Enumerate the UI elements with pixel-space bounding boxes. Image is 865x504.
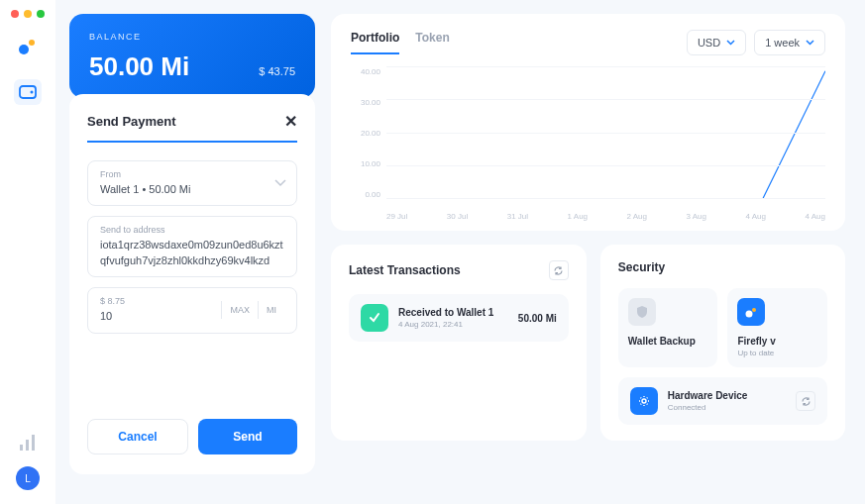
address-value: iota1qrz38wsdaxe0m09zun0ed8u6kztqfvufguh…	[100, 238, 284, 268]
refresh-icon	[553, 265, 564, 276]
refresh-button[interactable]	[549, 260, 569, 280]
gear-icon	[630, 387, 658, 415]
send-button[interactable]: Send	[198, 419, 297, 454]
svg-point-7	[746, 311, 753, 318]
address-input[interactable]: Send to address iota1qrz38wsdaxe0m09zun0…	[87, 216, 297, 277]
svg-rect-2	[20, 86, 36, 98]
portfolio-chart-card: Portfolio Token USD 1 week 40.0030.0020.…	[331, 14, 845, 231]
balance-card: BALANCE 50.00 Mi $ 43.75	[69, 14, 315, 98]
svg-point-1	[29, 40, 35, 46]
backup-title: Wallet Backup	[628, 336, 708, 347]
currency-value: USD	[698, 37, 720, 49]
unit-selector[interactable]: MI	[258, 301, 284, 319]
amount-value: 10	[100, 309, 221, 324]
firefly-logo-icon	[737, 298, 765, 326]
close-icon[interactable]: ✕	[284, 112, 297, 131]
device-status: Connected	[668, 403, 786, 412]
amount-input[interactable]: $ 8.75 10 MAX MI	[87, 287, 297, 333]
hardware-device-row[interactable]: Hardware Device Connected	[618, 377, 827, 425]
balance-label: BALANCE	[89, 32, 295, 42]
send-payment-panel: Send Payment ✕ From Wallet 1 • 50.00 Mi …	[69, 94, 315, 474]
svg-rect-4	[20, 445, 23, 451]
svg-point-9	[642, 399, 646, 403]
shield-icon	[628, 298, 656, 326]
tab-portfolio[interactable]: Portfolio	[351, 31, 399, 54]
security-title: Security	[618, 260, 665, 274]
transaction-item[interactable]: Received to Wallet 1 4 Aug 2021, 22:41 5…	[349, 294, 569, 342]
currency-selector[interactable]: USD	[687, 30, 746, 55]
user-avatar[interactable]: L	[16, 466, 40, 490]
transactions-title: Latest Transactions	[349, 263, 461, 277]
refresh-icon	[801, 396, 811, 407]
range-value: 1 week	[765, 37, 800, 49]
transaction-amount: 50.00 Mi	[518, 313, 557, 324]
device-refresh-button[interactable]	[796, 391, 815, 411]
balance-amount: 50.00 Mi	[89, 51, 189, 82]
chevron-down-icon	[806, 40, 814, 46]
svg-rect-5	[26, 440, 29, 451]
firefly-title: Firefly v	[737, 336, 817, 347]
chevron-down-icon	[726, 40, 735, 46]
svg-point-3	[31, 91, 34, 94]
wallet-backup-tile[interactable]: Wallet Backup	[618, 288, 718, 367]
from-label: From	[100, 169, 284, 179]
stats-nav-icon[interactable]	[18, 433, 38, 453]
close-window-icon[interactable]	[11, 10, 19, 18]
security-card: Security Wallet Backup Firefly v	[600, 245, 845, 441]
send-payment-title: Send Payment	[87, 114, 176, 129]
chart-tabs: Portfolio Token	[351, 31, 450, 54]
chart-plot: 40.0030.0020.0010.000.00 29 Jul30 Jul31 …	[351, 67, 825, 221]
svg-point-0	[19, 45, 29, 54]
svg-rect-6	[32, 435, 35, 451]
cancel-button[interactable]: Cancel	[87, 419, 188, 454]
maximize-window-icon[interactable]	[37, 10, 45, 18]
transaction-title: Received to Wallet 1	[398, 307, 508, 318]
app-logo-icon	[17, 36, 39, 57]
main-content: BALANCE 50.00 Mi $ 43.75 Send Payment ✕ …	[55, 0, 865, 504]
svg-point-8	[752, 308, 756, 312]
window-controls	[11, 10, 45, 18]
from-wallet-selector[interactable]: From Wallet 1 • 50.00 Mi	[87, 160, 297, 206]
firefly-version-tile[interactable]: Firefly v Up to date	[727, 288, 827, 367]
transaction-date: 4 Aug 2021, 22:41	[398, 320, 508, 329]
received-icon	[361, 304, 388, 332]
firefly-sub: Up to date	[737, 349, 817, 357]
sidebar: L	[0, 0, 55, 504]
device-title: Hardware Device	[668, 390, 786, 401]
balance-fiat: $ 43.75	[259, 65, 295, 77]
address-label: Send to address	[100, 225, 284, 235]
transactions-card: Latest Transactions Received to Wallet 1…	[331, 245, 587, 441]
minimize-window-icon[interactable]	[24, 10, 32, 18]
chevron-down-icon	[274, 179, 286, 187]
range-selector[interactable]: 1 week	[754, 30, 825, 55]
tab-token[interactable]: Token	[415, 31, 449, 54]
from-value: Wallet 1 • 50.00 Mi	[100, 182, 284, 197]
wallet-nav-icon[interactable]	[14, 79, 42, 105]
amount-fiat: $ 8.75	[100, 296, 221, 306]
max-button[interactable]: MAX	[221, 301, 258, 319]
